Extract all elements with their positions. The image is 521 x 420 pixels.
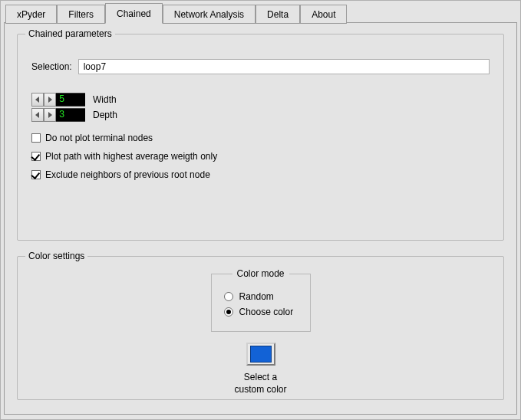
chevron-left-icon: [35, 97, 40, 103]
chevron-right-icon: [48, 112, 52, 118]
group-legend: Chained parameters: [25, 28, 115, 39]
selection-label: Selection:: [31, 61, 72, 72]
svg-marker-1: [48, 97, 52, 103]
app-window: xPyder Filters Chained Network Analysis …: [0, 0, 521, 420]
tab-label: xPyder: [17, 9, 45, 20]
width-decrement-button[interactable]: [31, 93, 44, 107]
checkbox-terminal-label: Do not plot terminal nodes: [45, 133, 153, 143]
swatch-caption-line2: custom color: [234, 384, 286, 395]
checkbox-terminal[interactable]: [31, 133, 41, 143]
chevron-right-icon: [48, 97, 52, 103]
tab-label: Delta: [267, 9, 289, 20]
chevron-left-icon: [35, 112, 40, 118]
tab-label: Chained: [117, 8, 151, 19]
svg-marker-3: [48, 112, 52, 118]
tab-label: Network Analysis: [174, 9, 244, 20]
depth-increment-button[interactable]: [44, 108, 56, 122]
color-mode-box: Color mode Random Choose color: [211, 274, 311, 332]
tab-chained[interactable]: Chained: [105, 3, 163, 24]
svg-marker-2: [35, 112, 39, 118]
width-spinner-row: Width: [31, 93, 490, 107]
checkbox-terminal-row: Do not plot terminal nodes: [31, 133, 490, 143]
color-swatch-caption: Select a custom color: [234, 372, 286, 395]
svg-marker-0: [35, 97, 39, 103]
checkbox-exclude-label: Exclude neighbors of previous root node: [45, 169, 210, 180]
color-swatch-icon: [250, 346, 272, 363]
tab-xpyder[interactable]: xPyder: [5, 5, 57, 24]
tabpanel-chained: Chained parameters Selection:: [4, 22, 517, 415]
width-increment-button[interactable]: [44, 93, 56, 107]
color-swatch-button[interactable]: [246, 343, 275, 366]
radio-choose-label: Choose color: [239, 307, 294, 317]
depth-value-input[interactable]: [56, 108, 85, 122]
selection-row: Selection:: [31, 59, 490, 74]
checkbox-exclude-row: Exclude neighbors of previous root node: [31, 169, 490, 180]
radio-random-row[interactable]: Random: [224, 291, 298, 302]
radio-choose-row[interactable]: Choose color: [224, 307, 298, 317]
tab-label: Filters: [68, 9, 94, 20]
depth-decrement-button[interactable]: [31, 108, 44, 122]
tab-network-analysis[interactable]: Network Analysis: [163, 5, 256, 24]
checkbox-highest-label: Plot path with highest average weigth on…: [45, 151, 217, 162]
radio-random[interactable]: [224, 292, 233, 301]
group-chained-parameters: Chained parameters Selection:: [17, 34, 504, 241]
depth-label: Depth: [93, 110, 117, 120]
radio-choose[interactable]: [224, 307, 233, 317]
group-legend: Color settings: [25, 251, 87, 261]
tab-about[interactable]: About: [300, 5, 347, 24]
group-color-settings: Color settings Color mode Random Choose …: [17, 256, 504, 400]
width-label: Width: [93, 94, 117, 105]
radio-random-label: Random: [239, 291, 274, 302]
width-value-input[interactable]: [56, 93, 85, 107]
color-inner: Color mode Random Choose color Select a: [31, 274, 490, 395]
swatch-caption-line1: Select a: [244, 372, 277, 382]
tab-label: About: [312, 9, 335, 20]
selection-input[interactable]: [78, 59, 490, 74]
tab-filters[interactable]: Filters: [57, 5, 105, 24]
color-mode-legend: Color mode: [232, 268, 289, 279]
depth-spinner: [31, 108, 85, 122]
tab-delta[interactable]: Delta: [256, 5, 300, 24]
checkbox-highest-row: Plot path with highest average weigth on…: [31, 151, 490, 162]
width-spinner: [31, 93, 85, 107]
checkbox-exclude[interactable]: [31, 170, 41, 179]
checkbox-highest[interactable]: [31, 152, 41, 161]
tabstrip: xPyder Filters Chained Network Analysis …: [1, 2, 520, 24]
depth-spinner-row: Depth: [31, 108, 490, 122]
